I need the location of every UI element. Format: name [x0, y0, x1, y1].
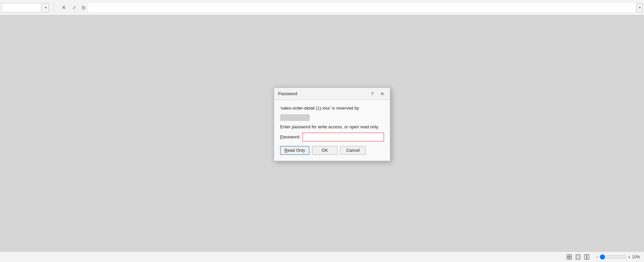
password-field-row: Password:: [280, 133, 384, 141]
cell-ref-dropdown[interactable]: ▾: [43, 3, 49, 12]
dialog-body: 'sales-order-detail (1).xlsx' is reserve…: [274, 100, 390, 160]
password-dialog: Password ? ✕ 'sales-order-detail (1).xls…: [274, 87, 390, 161]
normal-view-icon[interactable]: [566, 253, 573, 261]
dialog-message: 'sales-order-detail (1).xlsx' is reserve…: [280, 105, 384, 111]
confirm-icon: ✓: [72, 5, 77, 11]
close-icon: ✕: [380, 91, 384, 96]
svg-rect-1: [570, 255, 572, 257]
svg-rect-2: [567, 257, 569, 259]
cancel-icon: ✕: [62, 5, 66, 11]
read-only-label: Read Only: [284, 148, 305, 153]
cell-reference-box[interactable]: [1, 3, 42, 12]
page-layout-view-icon[interactable]: [574, 253, 582, 261]
formula-bar: ▾ ⋮ ✕ ✓ fx ▾: [0, 0, 644, 15]
dropdown-arrow-icon: ▾: [45, 6, 47, 9]
read-only-button[interactable]: Read Only: [280, 146, 309, 155]
cancel-button[interactable]: Cancel: [340, 146, 366, 155]
confirm-formula-button[interactable]: ✓: [70, 3, 79, 12]
ok-label: OK: [322, 148, 328, 153]
svg-rect-3: [570, 257, 572, 259]
dialog-titlebar: Password ? ✕: [274, 88, 390, 100]
fx-label: fx: [82, 5, 85, 10]
svg-rect-0: [567, 255, 569, 257]
dialog-close-button[interactable]: ✕: [379, 90, 386, 97]
dialog-hint: Enter password for write access, or open…: [280, 124, 384, 129]
page-break-view-icon[interactable]: [583, 253, 590, 261]
status-bar: − + 10%: [0, 251, 644, 262]
separator: ⋮: [51, 4, 57, 11]
svg-rect-8: [587, 255, 589, 259]
zoom-plus-icon[interactable]: +: [628, 254, 631, 260]
formula-dropdown-arrow-icon: ▾: [639, 6, 641, 9]
help-icon: ?: [371, 91, 374, 96]
ok-button[interactable]: OK: [312, 146, 337, 155]
formula-input[interactable]: [88, 3, 635, 12]
zoom-label: 10%: [632, 255, 640, 259]
svg-rect-4: [576, 255, 580, 259]
view-icons: [566, 253, 590, 261]
zoom-slider[interactable]: [600, 254, 627, 260]
zoom-minus-icon[interactable]: −: [596, 254, 598, 260]
svg-rect-7: [584, 255, 586, 259]
password-label: Password:: [280, 134, 301, 139]
reserved-by-block: [280, 114, 310, 121]
formula-dropdown[interactable]: ▾: [637, 3, 643, 12]
cancel-label: Cancel: [346, 148, 360, 153]
dialog-title: Password: [278, 91, 297, 96]
cancel-formula-button[interactable]: ✕: [59, 3, 68, 12]
dialog-titlebar-icons: ? ✕: [369, 90, 386, 97]
password-input[interactable]: [303, 133, 384, 141]
zoom-area: − + 10%: [596, 254, 640, 260]
dialog-buttons: Read Only OK Cancel: [280, 146, 384, 155]
dialog-help-button[interactable]: ?: [369, 90, 376, 97]
